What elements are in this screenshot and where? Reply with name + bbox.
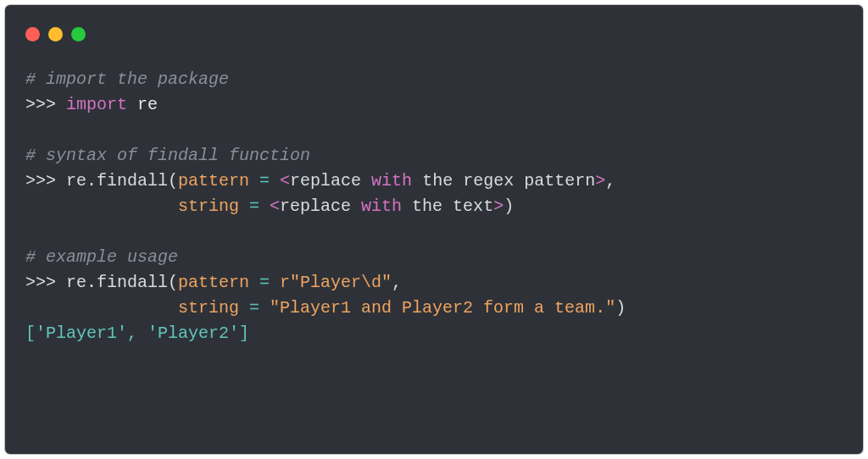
terminal-window: # import the package>>> import re# synta… [5,5,863,454]
param-name: string [178,196,239,216]
angle-bracket: > [493,196,504,216]
param-name: pattern [178,171,249,191]
string-literal: r"Player\d" [280,273,392,292]
placeholder-text: replace [280,196,361,216]
equals-operator: = [239,196,270,216]
param-name: string [178,298,239,318]
angle-bracket: > [595,171,605,191]
code-area: # import the package>>> import re# synta… [25,67,843,346]
comment-line: # example usage [25,247,178,267]
equals-operator: = [249,171,280,191]
repl-output: ['Player1', 'Player2'] [25,324,249,343]
angle-bracket: < [280,171,290,191]
traffic-lights [25,27,843,41]
repl-prompt: >>> [25,273,66,292]
placeholder-text: the text [402,196,493,216]
placeholder-text: the regex pattern [412,171,595,191]
comma: , [605,171,615,191]
function-call: re.findall( [66,171,178,191]
param-name: pattern [178,273,249,292]
angle-bracket: < [270,196,280,216]
string-literal: "Player1 and Player2 form a team." [270,298,615,318]
maximize-icon[interactable] [71,27,86,41]
repl-prompt: >>> [25,171,66,191]
with-keyword: with [361,196,402,216]
indent [25,196,178,216]
close-icon[interactable] [25,27,40,41]
with-keyword: with [371,171,412,191]
comment-line: # syntax of findall function [25,146,310,165]
minimize-icon[interactable] [48,27,63,41]
repl-prompt: >>> [25,95,66,114]
equals-operator: = [239,298,270,318]
module-name: re [127,95,158,114]
import-keyword: import [66,95,127,114]
indent [25,298,178,318]
function-call: re.findall( [66,273,178,292]
equals-operator: = [249,273,280,292]
close-paren: ) [504,196,514,216]
placeholder-text: replace [290,171,371,191]
comment-line: # import the package [25,69,229,89]
close-paren: ) [615,298,626,318]
comma: , [392,273,402,292]
